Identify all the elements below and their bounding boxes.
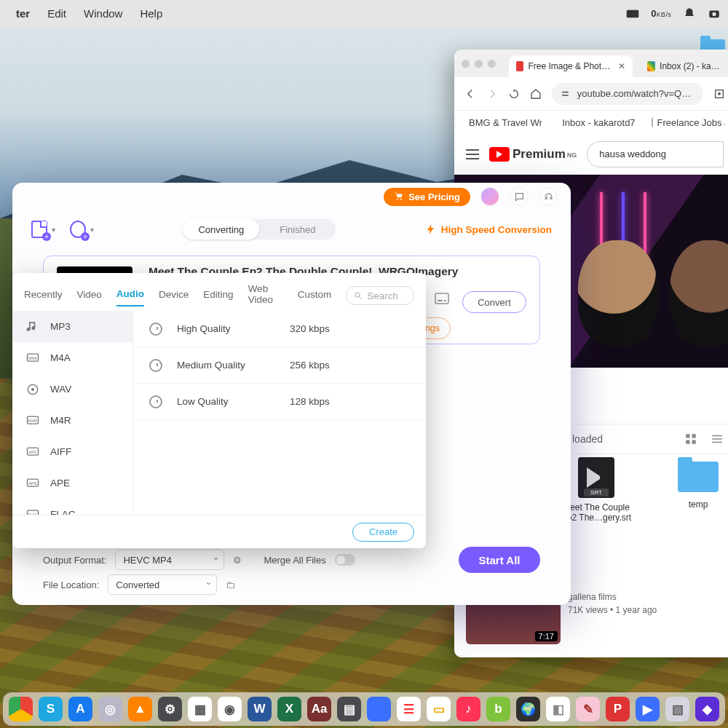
app-blue[interactable]	[367, 697, 391, 721]
forward-icon[interactable]	[486, 88, 498, 100]
qgis-app[interactable]: ◎	[98, 697, 122, 721]
fontbook-app[interactable]: Aa	[307, 697, 331, 721]
earth-app[interactable]: 🌍	[516, 697, 540, 721]
word-app[interactable]: W	[248, 697, 272, 721]
file-label: Meet The Couple Ep2 The…gery.srt	[561, 502, 631, 523]
calc-app[interactable]: ▤	[337, 697, 361, 721]
bookmark-item[interactable]: Inbox - kakarotd77…	[558, 117, 635, 128]
format-item-wav[interactable]: WAV	[12, 373, 132, 405]
grid-view-icon[interactable]	[684, 432, 697, 446]
vlc-app[interactable]: ▲	[128, 697, 152, 721]
output-format-label: Output Format:	[43, 555, 106, 566]
quality-item[interactable]: High Quality320 kbps	[133, 311, 426, 347]
format-item-m4r[interactable]: M4RM4R	[12, 405, 132, 436]
subtitle-icon[interactable]	[433, 290, 451, 307]
converter-app[interactable]: ◆	[695, 697, 719, 721]
popup-search-input[interactable]: Search	[346, 286, 414, 305]
menubar-app-name[interactable]: ter	[7, 7, 39, 20]
appstore-app[interactable]: A	[68, 697, 92, 721]
music-app[interactable]: ♪	[456, 697, 480, 721]
hamburger-icon[interactable]	[466, 149, 479, 159]
format-item-ape[interactable]: APEAPE	[12, 467, 132, 499]
format-item-m4a[interactable]: M4AM4A	[12, 342, 132, 373]
svg-point-23	[31, 387, 34, 390]
menubar-edit[interactable]: Edit	[39, 7, 75, 20]
user-avatar[interactable]	[480, 187, 499, 206]
popup-tab-device[interactable]: Device	[159, 286, 189, 306]
chrome-app[interactable]	[9, 697, 33, 721]
support-icon[interactable]	[539, 187, 558, 206]
svg-rect-4	[562, 95, 569, 96]
format-item-mp3[interactable]: MP3	[12, 311, 132, 342]
reload-icon[interactable]	[508, 88, 520, 100]
address-bar[interactable]: youtube.com/watch?v=Q4iG…	[552, 83, 703, 105]
convert-button[interactable]: Convert	[462, 291, 526, 313]
bookmark-item[interactable]: Freelance Jobs &…	[652, 117, 725, 128]
app-green[interactable]: b	[486, 697, 510, 721]
folder-temp[interactable]: temp	[662, 457, 728, 523]
launchpad-app[interactable]: ▦	[188, 697, 212, 721]
excel-app[interactable]: X	[277, 697, 301, 721]
audio-format-icon: AIFF	[25, 445, 40, 459]
quality-item[interactable]: Medium Quality256 kbps	[133, 347, 426, 384]
file-location-select[interactable]: Converted	[108, 574, 217, 595]
highspeed-link[interactable]: High Speed Conversion	[425, 223, 552, 235]
popup-tab-audio[interactable]: Audio	[116, 285, 144, 306]
skype-app[interactable]: S	[39, 697, 63, 721]
preview-app[interactable]: ▧	[665, 697, 689, 721]
popup-tab-recently[interactable]: Recently	[24, 286, 63, 306]
svg-rect-9	[692, 440, 696, 444]
svg-point-2	[712, 12, 716, 15]
app-pink[interactable]: ✎	[576, 697, 600, 721]
quality-item[interactable]: Low Quality128 kbps	[133, 384, 426, 420]
start-all-button[interactable]: Start All	[459, 547, 540, 573]
add-file-button[interactable]: ＋▾	[31, 221, 55, 238]
see-pricing-button[interactable]: See Pricing	[384, 188, 470, 206]
tab-finished[interactable]: Finished	[259, 219, 336, 240]
youtube-search-input[interactable]: hausa weddong	[587, 141, 724, 167]
reminders-app[interactable]: ☰	[397, 697, 421, 721]
create-button[interactable]: Create	[352, 523, 414, 542]
list-view-icon[interactable]	[711, 432, 724, 446]
format-item-flac[interactable]: FLACFLAC	[12, 499, 132, 515]
back-icon[interactable]	[464, 88, 476, 100]
file-srt[interactable]: SRT Meet The Couple Ep2 The…gery.srt	[560, 457, 633, 523]
home-icon[interactable]	[530, 88, 542, 100]
popup-tab-custom[interactable]: Custom	[298, 286, 332, 306]
audio-format-icon: M4R	[25, 414, 40, 428]
browser-tab-active[interactable]: Free Image & Photo Resiz… ✕	[509, 55, 633, 77]
install-icon[interactable]	[713, 88, 725, 100]
bookmark-item[interactable]: BMG & Travel Writ…	[464, 117, 542, 128]
svg-rect-11	[712, 438, 722, 440]
pdf-app[interactable]: P	[606, 697, 630, 721]
popup-tab-webvideo[interactable]: Web Video	[248, 280, 283, 311]
settings-app[interactable]: ⚙	[158, 697, 182, 721]
camera-icon[interactable]	[708, 7, 721, 20]
keyboard-icon[interactable]	[626, 7, 639, 20]
output-settings-icon[interactable]: ⚙	[233, 555, 242, 566]
popup-tab-editing[interactable]: Editing	[203, 286, 233, 306]
player-app[interactable]: ▶	[636, 697, 660, 721]
open-folder-icon[interactable]: 🗀	[226, 579, 235, 590]
youtube-logo[interactable]: Premium NG	[489, 147, 577, 162]
feedback-icon[interactable]	[510, 187, 529, 206]
output-format-select[interactable]: HEVC MP4	[115, 550, 224, 570]
screenshot-app[interactable]: ◉	[218, 697, 242, 721]
menubar-help[interactable]: Help	[131, 7, 171, 20]
merge-toggle[interactable]	[335, 554, 355, 566]
svg-rect-16	[438, 300, 443, 301]
tab-close-icon[interactable]: ✕	[618, 61, 625, 71]
popup-tab-video[interactable]: Video	[77, 286, 102, 306]
notification-icon[interactable]	[683, 7, 696, 20]
browser-tabstrip: Free Image & Photo Resiz… ✕ Inbox (2) - …	[454, 50, 728, 77]
tab-converting[interactable]: Converting	[183, 219, 259, 240]
notes-app[interactable]: ▭	[427, 697, 451, 721]
add-url-button[interactable]: ＋▾	[70, 221, 94, 238]
mode-toggle[interactable]: Converting Finished	[183, 219, 336, 240]
format-item-aiff[interactable]: AIFFAIFF	[12, 436, 132, 467]
app-white[interactable]: ◧	[546, 697, 570, 721]
menubar-window[interactable]: Window	[75, 7, 131, 20]
window-controls[interactable]	[462, 60, 496, 68]
site-settings-icon[interactable]	[561, 89, 570, 99]
browser-tab-inactive[interactable]: Inbox (2) - kakaro…	[640, 55, 728, 77]
